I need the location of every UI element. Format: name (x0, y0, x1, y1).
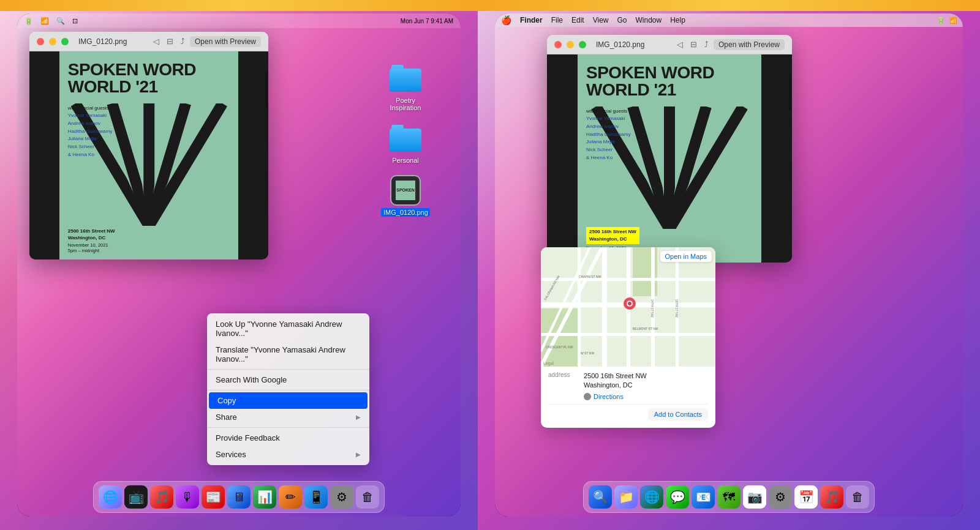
close-button-right[interactable] (554, 41, 562, 48)
map-separator (548, 404, 708, 405)
svg-rect-24 (602, 247, 607, 367)
context-translate[interactable]: Translate "Yvonne Yamasaki Andrew Ivanov… (207, 342, 369, 367)
open-with-preview-btn-right[interactable]: Open with Preview (714, 39, 785, 50)
preview-titlebar-left: IMG_0120.png ◁ ⊟ ⤴ Open with Preview (29, 32, 268, 51)
dock-icon-calendar-right[interactable]: 📅 (794, 485, 818, 509)
img-file-icon: SPOKEN (390, 175, 421, 206)
menubar-clock: Mon Jun 7 9:41 AM (401, 18, 453, 24)
context-search-google[interactable]: Search With Google (207, 371, 369, 388)
copy-icon-right[interactable]: ⊟ (690, 40, 697, 49)
dock-icon-safari-right[interactable]: 🌐 (640, 485, 663, 509)
map-address-value: 2500 16th Street NWWashington, DC (584, 371, 647, 390)
preview-titlebar-right: IMG_0120.png ◁ ⊟ ⤴ Open with Preview (547, 35, 792, 54)
minimize-button-right[interactable] (567, 41, 574, 48)
dock-icon-appletv[interactable]: 📺 (124, 485, 148, 509)
maximize-button-right[interactable] (579, 41, 586, 48)
map-view: KALORAMA RD NW CHAPIN ST NW BELMONT ST N… (541, 247, 715, 367)
maximize-button[interactable] (61, 38, 69, 45)
dock-icon-numbers[interactable]: 📊 (253, 485, 276, 509)
context-lookup[interactable]: Look Up "Yvonne Yamasaki Andrew Ivanov..… (207, 316, 369, 342)
preview-window-left: IMG_0120.png ◁ ⊟ ⤴ Open with Preview SPO… (29, 32, 268, 259)
add-to-contacts-btn[interactable]: Add to Contacts (648, 408, 708, 420)
map-directions-btn[interactable]: Directions (548, 393, 708, 400)
dock-icon-music[interactable]: 🎵 (150, 485, 173, 509)
dock-icon-maps-right[interactable]: 🗺 (717, 485, 741, 509)
context-copy[interactable]: Copy (209, 392, 368, 409)
preview-toolbar-left: ◁ ⊟ ⤴ (153, 37, 185, 46)
poster-content: SPOKEN WORDWORLD '21 (59, 51, 239, 259)
desktop-icon-poetry[interactable]: Poetry Inspiration (381, 62, 430, 111)
battery-icon: 🔋 (24, 17, 33, 25)
scrollbar-thumb-right[interactable] (789, 74, 791, 111)
search-google-label: Search With Google (216, 375, 287, 384)
dock-icon-music-right[interactable]: 🎵 (820, 485, 843, 509)
dock-icon-launchpad-right[interactable]: 📁 (614, 485, 638, 509)
map-legal-text: Legal (543, 361, 554, 365)
dock-icon-settings-right[interactable]: ⚙ (769, 485, 792, 509)
menubar-window[interactable]: Window (636, 16, 662, 24)
dock-icon-keynote[interactable]: 🖥 (227, 485, 251, 509)
share-icon[interactable]: ⤴ (181, 37, 185, 46)
services-arrow: ▶ (356, 451, 361, 458)
poster-title-right: SPOKEN WORDWORLD '21 (586, 64, 753, 99)
context-separator-3 (207, 427, 369, 428)
dock-icon-photos-right[interactable]: 📷 (743, 485, 766, 509)
scrollbar-right[interactable] (788, 74, 792, 263)
tablet-left: 🔋 📶 🔍 ⊡ Mon Jun 7 9:41 AM Poetry Inspira… (17, 13, 461, 517)
open-with-preview-btn-left[interactable]: Open with Preview (190, 36, 261, 47)
menubar-file[interactable]: File (551, 16, 563, 24)
dock-icon-podcasts[interactable]: 🎙 (176, 485, 199, 509)
dock-icon-pages[interactable]: ✏ (279, 485, 302, 509)
preview-window-right: IMG_0120.png ◁ ⊟ ⤴ Open with Preview SPO… (547, 35, 792, 263)
minimize-button[interactable] (49, 38, 56, 45)
right-panel: 🍎 Finder File Edit View Go Window Help 🔋… (478, 0, 980, 530)
dock-icon-trash-right[interactable]: 🗑 (846, 485, 869, 509)
share-icon-right[interactable]: ⤴ (704, 40, 709, 49)
back-icon-right[interactable]: ◁ (677, 40, 683, 49)
back-icon[interactable]: ◁ (153, 37, 159, 46)
desktop-icon-personal[interactable]: Personal (390, 122, 421, 164)
dock-icon-settings[interactable]: ⚙ (330, 485, 353, 509)
preview-image-right: SPOKEN WORDWORLD '21 (547, 54, 792, 263)
directions-label[interactable]: Directions (594, 393, 624, 400)
context-services[interactable]: Services ▶ (207, 446, 369, 463)
context-share[interactable]: Share ▶ (207, 409, 369, 425)
dock-icon-news[interactable]: 📰 (202, 485, 225, 509)
desktop-icon-img0120[interactable]: SPOKEN IMG_0120.png (381, 175, 430, 217)
svg-text:14TH ST NW: 14TH ST NW (650, 299, 654, 318)
left-panel: 🔋 📶 🔍 ⊡ Mon Jun 7 9:41 AM Poetry Inspira… (0, 0, 478, 530)
preview-window-title-right: IMG_0120.png (596, 40, 672, 49)
scrollbar-thumb-left[interactable] (265, 71, 268, 108)
dock-icon-messages-right[interactable]: 💬 (666, 485, 689, 509)
context-separator-1 (207, 369, 369, 370)
folder-poetry-icon (390, 62, 421, 94)
context-feedback[interactable]: Provide Feedback (207, 430, 369, 446)
dock-icon-appstore[interactable]: 📱 (304, 485, 328, 509)
svg-text:CRESCENT PL NW: CRESCENT PL NW (546, 345, 573, 349)
menubar-help[interactable]: Help (670, 16, 685, 24)
folder-body-2 (390, 129, 421, 152)
map-info: address 2500 16th Street NWWashington, D… (541, 367, 715, 428)
scrollbar-left[interactable] (265, 71, 268, 259)
menubar-edit[interactable]: Edit (571, 16, 584, 24)
poster-date-left: November 10, 20215pm – midnight (68, 242, 108, 253)
menubar-finder[interactable]: Finder (520, 16, 543, 24)
map-address-label: address (548, 371, 579, 378)
search-icon[interactable]: 🔍 (56, 17, 65, 25)
preview-image-left: SPOKEN WORDWORLD '21 (29, 51, 268, 259)
menubar-view[interactable]: View (593, 16, 609, 24)
open-in-maps-btn[interactable]: Open in Maps (660, 251, 712, 262)
dock-icon-mail-right[interactable]: 📧 (692, 485, 715, 509)
map-add-contact-row: Add to Contacts (548, 408, 708, 423)
menubar-left: 🔋 📶 🔍 ⊡ Mon Jun 7 9:41 AM (17, 13, 461, 28)
menubar-go[interactable]: Go (617, 16, 627, 24)
dock-icon-launchpad[interactable]: 🌐 (99, 485, 122, 509)
apple-logo-icon[interactable]: 🍎 (501, 15, 511, 25)
top-bar-left (0, 0, 478, 11)
poster-title-left: SPOKEN WORDWORLD '21 (68, 61, 230, 95)
dock-icon-finder-right[interactable]: 🔍 (589, 485, 612, 509)
copy-icon[interactable]: ⊟ (167, 37, 173, 46)
close-button[interactable] (37, 38, 44, 45)
dock-icon-trash[interactable]: 🗑 (356, 485, 379, 509)
wifi-icon: 📶 (40, 17, 49, 25)
